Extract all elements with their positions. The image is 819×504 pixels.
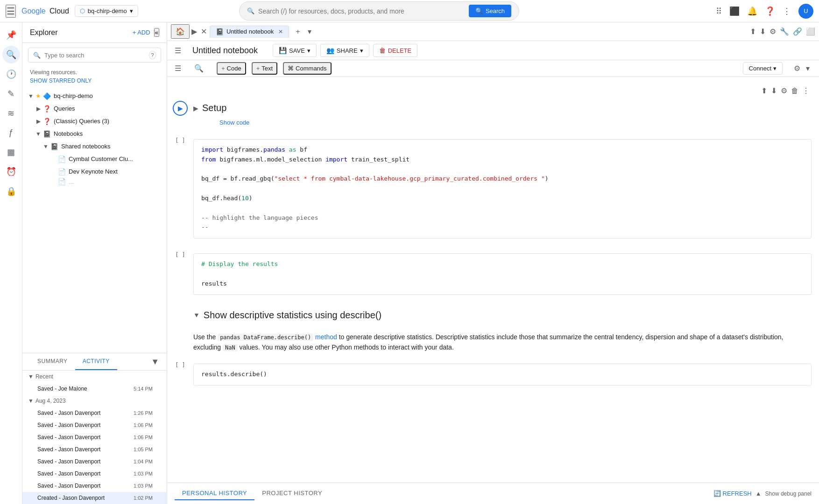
nb-settings-icon[interactable]: ⚙ (770, 27, 776, 36)
code-block-2[interactable]: # Display the results results (193, 253, 812, 294)
code-block-3[interactable]: results.describe() (193, 364, 812, 385)
show-code-link[interactable]: Show code (193, 117, 819, 128)
nb-up-icon[interactable]: ⬆ (750, 27, 756, 36)
chevron-up-icon[interactable]: ▲ (755, 490, 762, 497)
search-nb-btn[interactable]: 🔍 (194, 64, 204, 73)
table-icon[interactable]: ▦ (3, 143, 19, 161)
cell-delete-icon[interactable]: 🗑 (789, 85, 800, 97)
aug4-section-header[interactable]: ▼ Aug 4, 2023 (22, 395, 167, 407)
activity-item-3[interactable]: Saved - Jason Davenport 1:05 PM ⋮ (22, 443, 167, 455)
explore-icon[interactable]: ≋ (4, 105, 18, 122)
toc-icon[interactable]: ☰ (175, 64, 181, 73)
method-link[interactable]: method (315, 333, 337, 341)
setup-expand-icon[interactable]: ▶ (193, 105, 198, 112)
cell-settings-icon[interactable]: ⚙ (779, 84, 789, 97)
terminal-icon[interactable]: ⬛ (729, 6, 740, 16)
expand-icon-classic[interactable]: ▶ (34, 118, 43, 125)
settings-cell-icon[interactable]: ⚙ (792, 62, 802, 75)
toolbar-toc-icon[interactable]: ☰ (175, 46, 181, 55)
nb-fullscreen-icon[interactable]: ⬜ (806, 27, 815, 36)
refresh-button[interactable]: 🔄 REFRESH (713, 490, 752, 497)
recent-section-header[interactable]: ▼ Recent (22, 371, 167, 383)
nb-link-icon[interactable]: 🔗 (793, 27, 802, 36)
section2-expand-icon[interactable]: ▼ (193, 311, 200, 319)
notebook-tab-close[interactable]: ✕ (278, 28, 283, 35)
activity-item-joe-malone[interactable]: Saved - Joe Malone 5:14 PM ⋮ (22, 383, 167, 395)
run-setup-button[interactable]: ▶ (173, 101, 188, 116)
expand-icon-notebooks[interactable]: ▼ (34, 131, 43, 137)
commands-button[interactable]: ⌘ Commands (283, 62, 331, 75)
project-history-tab[interactable]: PROJECT HISTORY (254, 487, 330, 500)
schedule-icon[interactable]: ⏰ (2, 163, 20, 181)
search-input[interactable] (258, 7, 465, 15)
activity-item-7[interactable]: Created - Jason Davenport 1:02 PM ⋮ (22, 492, 167, 504)
code-cell-3-content[interactable]: results.describe() (193, 360, 819, 389)
expand-icon-queries[interactable]: ▶ (34, 105, 43, 112)
personal-history-tab[interactable]: PERSONAL HISTORY (175, 487, 254, 500)
debug-link[interactable]: Show debug panel (765, 490, 812, 497)
search-button[interactable]: 🔍 Search (469, 5, 511, 17)
notebook-home-icon[interactable]: 🏠 (171, 24, 190, 39)
nb-build-icon[interactable]: 🔧 (780, 27, 789, 36)
add-button[interactable]: + ADD (133, 29, 150, 36)
code-cell-1-content[interactable]: import bigframes.pandas as bf from bigfr… (193, 135, 819, 242)
tree-item-shared-notebooks[interactable]: ▼ 📓 Shared notebooks ⋮ (22, 140, 167, 153)
grid-icon[interactable]: ⠿ (716, 6, 722, 16)
expand-icon-shared[interactable]: ▼ (41, 143, 50, 150)
add-text-button[interactable]: + Text (252, 62, 277, 75)
cell-more-icon[interactable]: ⋮ (800, 84, 812, 97)
tree-item-hidden[interactable]: 📄 ... (22, 178, 167, 185)
compose-icon[interactable]: ✎ (4, 85, 18, 103)
connect-button[interactable]: Connect ▾ (743, 62, 783, 75)
more-icon[interactable]: ⋮ (783, 6, 791, 16)
explorer-search-input[interactable] (44, 52, 145, 59)
section2-header[interactable]: ▼ Show descriptive statistics using desc… (193, 306, 819, 324)
add-tab-icon[interactable]: + (294, 26, 302, 38)
project-selector[interactable]: ⬡ bq-chirp-demo ▾ (75, 5, 138, 17)
activity-item-0[interactable]: Saved - Jason Davenport 1:26 PM ⋮ (22, 407, 167, 419)
tree-item-bq-chirp-demo[interactable]: ▼ ★ 🔷 bq-chirp-demo ⋮ (22, 90, 167, 102)
tab-summary[interactable]: SUMMARY (30, 353, 75, 370)
explorer-search-bar[interactable]: 🔍 ? (28, 48, 161, 63)
tree-item-dev-keynote[interactable]: 📄 Dev Keynote Next ⋮ (22, 165, 167, 178)
more-tabs-icon[interactable]: ▾ (306, 25, 313, 38)
activity-item-6[interactable]: Saved - Jason Davenport 1:03 PM ⋮ (22, 480, 167, 492)
tree-item-cymbal[interactable]: 📄 Cymbal Customer Clu... ⋮ (22, 153, 167, 165)
search-bar[interactable]: 🔍 🔍 Search (239, 1, 519, 21)
tab-activity[interactable]: ACTIVITY (75, 353, 117, 370)
run-all-up-icon[interactable]: ⬆ (759, 84, 769, 97)
help-icon[interactable]: ❓ (765, 6, 775, 16)
tab-close-home[interactable]: ✕ (199, 25, 209, 38)
explorer-help-icon[interactable]: ? (149, 51, 156, 59)
search-icon-bar[interactable]: 🔍 (2, 46, 20, 63)
avatar[interactable]: U (798, 4, 813, 19)
add-code-button[interactable]: + Code (217, 62, 246, 75)
pinned-icon[interactable]: 📌 (2, 26, 20, 44)
activity-item-1[interactable]: Saved - Jason Davenport 1:06 PM ⋮ (22, 419, 167, 431)
tab-untitled-notebook[interactable]: 📓 Untitled notebook ✕ (210, 26, 289, 38)
chevron-down-icon[interactable]: ▾ (804, 62, 812, 75)
activity-item-4[interactable]: Saved - Jason Davenport 1:04 PM ⋮ (22, 455, 167, 468)
show-starred-only-link[interactable]: SHOW STARRED ONLY (22, 77, 167, 88)
toc-btn[interactable]: ☰ (175, 64, 181, 73)
code-block-1[interactable]: import bigframes.pandas as bf from bigfr… (193, 139, 812, 238)
tab-bar-collapse-icon[interactable]: ▼ (151, 357, 159, 367)
functions-icon[interactable]: ƒ (5, 124, 17, 141)
activity-item-5[interactable]: Saved - Jason Davenport 1:03 PM ⋮ (22, 468, 167, 480)
share-button[interactable]: 👥 SHARE ▾ (320, 44, 369, 57)
expand-icon[interactable]: ▼ (26, 93, 35, 99)
collapse-panel-icon[interactable]: « (154, 28, 159, 37)
run-all-down-icon[interactable]: ⬇ (769, 84, 779, 97)
tree-item-classic-queries[interactable]: ▶ ❓ (Classic) Queries (3) ⋮ (22, 115, 167, 127)
hamburger-icon[interactable]: ☰ (6, 5, 16, 18)
search-nb-icon[interactable]: 🔍 (194, 64, 204, 73)
tree-item-queries[interactable]: ▶ ❓ Queries ⋮ (22, 102, 167, 115)
delete-button[interactable]: 🗑 DELETE (373, 44, 418, 57)
history-icon[interactable]: 🕐 (2, 65, 20, 83)
setup-header[interactable]: ▶ Setup (193, 99, 819, 117)
code-cell-2-content[interactable]: # Display the results results (193, 250, 819, 298)
tree-item-notebooks[interactable]: ▼ 📓 Notebooks ⋮ (22, 127, 167, 140)
star-icon[interactable]: ★ (35, 92, 41, 99)
save-button[interactable]: 💾 SAVE ▾ (273, 44, 317, 57)
lock-icon[interactable]: 🔒 (2, 182, 20, 200)
